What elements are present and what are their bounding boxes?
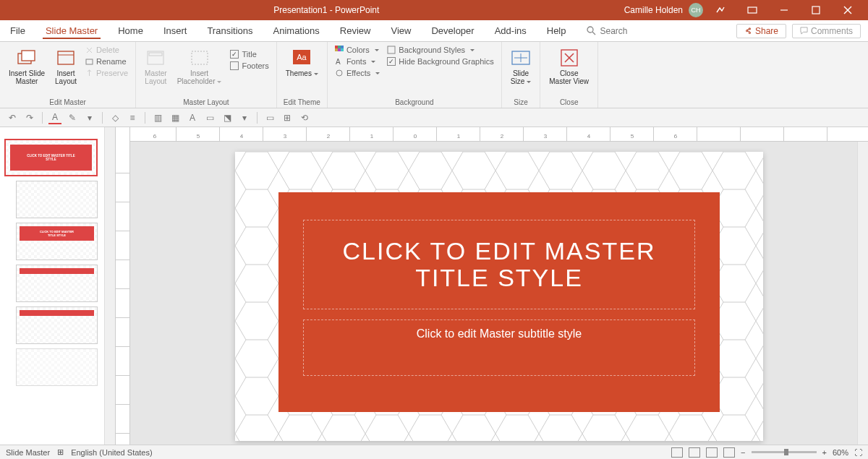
sorter-view-icon[interactable] [689, 447, 700, 458]
table-icon[interactable]: ▦ [169, 111, 182, 124]
master-thumbnail[interactable]: CLICK TO EDIT MASTER TITLESTYLE [4, 139, 98, 176]
tab-addins[interactable]: Add-ins [485, 20, 537, 41]
title-checkbox[interactable]: ✓Title [229, 49, 270, 59]
status-language[interactable]: English (United States) [71, 448, 153, 457]
insert-layout-button[interactable]: Insert Layout [52, 45, 80, 88]
colors-icon [335, 46, 344, 54]
accessibility-icon[interactable]: ⊞ [57, 447, 64, 457]
share-button[interactable]: Share [736, 24, 786, 38]
group-icon[interactable]: ⊞ [281, 111, 294, 124]
normal-view-icon[interactable] [671, 447, 683, 458]
svg-rect-9 [58, 51, 74, 64]
background-styles-button[interactable]: Background Styles [386, 45, 495, 55]
zoom-in-icon[interactable]: + [822, 448, 827, 457]
insert-slide-master-button[interactable]: Insert Slide Master [6, 45, 48, 88]
chart-icon[interactable]: ▥ [151, 111, 164, 124]
status-view-name: Slide Master [6, 448, 50, 457]
group-size: Slide Size Size [502, 42, 540, 108]
more-icon[interactable]: ▾ [238, 111, 251, 124]
svg-rect-16 [192, 51, 208, 64]
layout-thumbnail[interactable] [16, 181, 98, 218]
slide-size-button[interactable]: Slide Size [508, 45, 534, 88]
arrange-icon[interactable]: ▭ [263, 111, 276, 124]
align-icon[interactable]: ≡ [126, 111, 139, 124]
window-maximize-icon[interactable] [801, 0, 830, 20]
dropdown-icon[interactable]: ▾ [83, 111, 96, 124]
svg-rect-21 [341, 46, 344, 48]
placeholder-icon [190, 48, 210, 68]
search-label: Search [600, 26, 628, 36]
reading-view-icon[interactable] [706, 447, 718, 458]
text-icon[interactable]: A [186, 111, 199, 124]
rename-button[interactable]: Rename [84, 56, 129, 67]
tab-help[interactable]: Help [537, 20, 576, 41]
user-name: Camille Holden [624, 5, 683, 15]
svg-rect-14 [148, 51, 163, 64]
footers-checkbox[interactable]: Footers [229, 61, 270, 71]
svg-text:Aa: Aa [297, 53, 307, 61]
svg-rect-2 [812, 7, 820, 14]
comments-button[interactable]: Comments [792, 24, 861, 38]
colors-button[interactable]: Colors [333, 45, 381, 55]
themes-button[interactable]: Aa Themes [283, 45, 321, 80]
separator [102, 112, 103, 124]
quick-access-toolbar: ↶ ↷ A ✎ ▾ ◇ ≡ ▥ ▦ A ▭ ⬔ ▾ ▭ ⊞ ⟲ [0, 108, 868, 127]
hide-bg-checkbox[interactable]: ✓Hide Background Graphics [386, 56, 495, 67]
tab-home[interactable]: Home [108, 20, 153, 41]
redo-icon[interactable]: ↷ [23, 111, 36, 124]
effects-button[interactable]: Effects [333, 68, 381, 78]
highlight-icon[interactable]: ✎ [66, 111, 79, 124]
slide-size-icon [511, 48, 531, 68]
ribbon-display-icon[interactable] [738, 0, 767, 20]
checkbox-icon [230, 61, 239, 70]
slide-canvas[interactable]: Click to edit Master title style Click t… [130, 142, 868, 445]
svg-rect-27 [388, 46, 395, 53]
slideshow-view-icon[interactable] [723, 447, 735, 458]
search-box[interactable]: Search [576, 20, 638, 41]
group-edit-theme: Aa Themes Edit Theme [277, 42, 328, 108]
tab-developer[interactable]: Developer [421, 20, 484, 41]
zoom-out-icon[interactable]: − [741, 448, 745, 457]
layout-thumbnail[interactable] [16, 348, 98, 386]
svg-rect-15 [149, 53, 162, 56]
preserve-button[interactable]: Preserve [84, 68, 129, 78]
window-minimize-icon[interactable] [770, 0, 799, 20]
layout-thumbnail[interactable] [16, 306, 98, 344]
svg-point-26 [336, 70, 342, 76]
zoom-slider[interactable] [752, 451, 817, 453]
window-close-icon[interactable] [833, 0, 862, 20]
tab-insert[interactable]: Insert [153, 20, 197, 41]
zoom-level[interactable]: 60% [833, 448, 848, 457]
insert-placeholder-button[interactable]: Insert Placeholder [174, 45, 225, 88]
crop-icon[interactable]: ⬔ [221, 111, 234, 124]
undo-icon[interactable]: ↶ [6, 111, 19, 124]
checkbox-checked-icon: ✓ [387, 57, 396, 66]
layout-thumbnail[interactable]: CLICK TO EDIT MASTERTITLE STYLE [16, 223, 98, 260]
comment-icon [800, 27, 808, 35]
shapes-icon[interactable]: ◇ [109, 111, 122, 124]
svg-rect-20 [338, 46, 341, 48]
avatar[interactable]: CH [689, 3, 703, 17]
master-layout-button[interactable]: Master Layout [142, 45, 170, 88]
title-placeholder[interactable]: Click to edit Master title style [303, 220, 695, 309]
tab-slide-master[interactable]: Slide Master [35, 20, 108, 41]
tab-view[interactable]: View [380, 20, 421, 41]
tab-review[interactable]: Review [330, 20, 381, 41]
subtitle-placeholder[interactable]: Click to edit Master subtitle style [303, 319, 695, 376]
layout-thumbnail[interactable] [16, 265, 98, 302]
horizontal-ruler: 6543210123456 [130, 127, 868, 142]
fonts-button[interactable]: AFonts [333, 56, 381, 67]
delete-button[interactable]: Delete [84, 45, 129, 55]
coming-soon-icon[interactable] [706, 0, 735, 20]
tab-strip: File Slide Master Home Insert Transition… [0, 20, 868, 42]
shape-icon[interactable]: ▭ [203, 111, 216, 124]
slide-master[interactable]: Click to edit Master title style Click t… [235, 152, 763, 441]
close-master-view-button[interactable]: Close Master View [546, 45, 592, 88]
tab-transitions[interactable]: Transitions [197, 20, 263, 41]
font-color-icon[interactable]: A [48, 111, 61, 124]
svg-rect-24 [341, 48, 344, 51]
rotate-icon[interactable]: ⟲ [298, 111, 311, 124]
fit-window-icon[interactable]: ⛶ [854, 448, 862, 457]
tab-animations[interactable]: Animations [263, 20, 330, 41]
tab-file[interactable]: File [0, 20, 35, 41]
